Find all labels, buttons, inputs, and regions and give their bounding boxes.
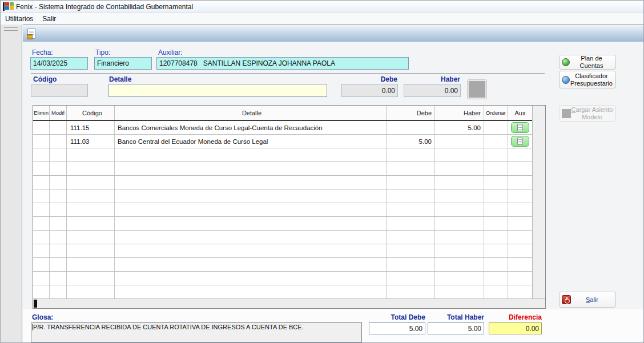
table-row[interactable] xyxy=(33,162,545,176)
gray-square-icon xyxy=(562,109,571,118)
cell-aux xyxy=(508,176,532,189)
plan-de-cuentas-button[interactable]: Plan de Cuentas xyxy=(559,55,616,70)
cell-modif xyxy=(50,203,67,216)
table-row[interactable] xyxy=(33,285,545,299)
menu-utilitarios[interactable]: Utilitarios xyxy=(1,14,38,24)
cell-elimin xyxy=(33,135,50,148)
debe-input[interactable]: 0.00 xyxy=(341,84,398,97)
new-entry-icon[interactable] xyxy=(27,29,35,39)
cell-codigo: 111.15 xyxy=(67,121,115,134)
cell-detalle: Banco Central del Ecuador Moneda de Curs… xyxy=(115,135,387,148)
cell-debe xyxy=(387,285,435,298)
cell-ordenar xyxy=(484,203,508,216)
table-row[interactable] xyxy=(33,244,545,258)
horizontal-scrollbar[interactable] xyxy=(33,298,545,308)
cargar-asiento-label: Cargar Asiento Modelo xyxy=(571,106,613,120)
table-row[interactable] xyxy=(33,176,545,189)
cell-modif xyxy=(50,285,67,298)
aux-button[interactable] xyxy=(511,122,529,133)
haber-label: Haber xyxy=(404,75,460,83)
clasificador-presupuestario-button[interactable]: Clasificador Presupuestario xyxy=(559,71,616,88)
cell-haber xyxy=(435,217,484,230)
cell-debe: 5.00 xyxy=(387,135,435,148)
cell-aux xyxy=(508,272,532,285)
grid-rows: 111.15Bancos Comerciales Moneda de Curso… xyxy=(33,121,545,299)
cargar-asiento-modelo-button[interactable]: Cargar Asiento Modelo xyxy=(559,105,616,122)
cell-elimin xyxy=(33,231,50,244)
cell-codigo xyxy=(67,162,115,175)
cell-detalle xyxy=(115,285,387,298)
cell-elimin xyxy=(33,176,50,189)
scrollbar-thumb[interactable] xyxy=(34,300,37,308)
table-row[interactable] xyxy=(33,148,545,162)
cell-debe xyxy=(387,162,435,175)
table-row[interactable] xyxy=(33,217,545,231)
column-header-detalle[interactable]: Detalle xyxy=(115,106,387,120)
haber-input[interactable]: 0.00 xyxy=(404,84,461,97)
cell-detalle xyxy=(115,189,387,203)
cell-aux xyxy=(508,258,532,271)
aux-button[interactable] xyxy=(511,136,529,147)
panel-grip[interactable] xyxy=(4,27,18,31)
cell-haber xyxy=(435,244,484,257)
column-header-aux[interactable]: Aux xyxy=(508,106,532,120)
cell-debe xyxy=(387,258,435,271)
table-row[interactable] xyxy=(33,203,545,217)
cell-ordenar xyxy=(484,258,508,271)
menu-salir[interactable]: Salir xyxy=(38,14,61,24)
table-row[interactable]: 111.03Banco Central del Ecuador Moneda d… xyxy=(33,135,545,148)
cell-elimin xyxy=(33,285,50,298)
salir-button[interactable]: Salir xyxy=(559,292,616,308)
column-header-elimin[interactable]: Elimin xyxy=(33,106,50,120)
cell-elimin xyxy=(33,121,50,134)
fecha-input[interactable]: 14/03/2025 xyxy=(30,57,88,70)
cell-ordenar xyxy=(484,148,508,162)
cell-debe xyxy=(387,121,435,134)
cell-ordenar xyxy=(484,231,508,244)
cell-elimin xyxy=(33,148,50,162)
glosa-input[interactable]: P/R. TRANSFERENCIA RECIBIDA DE CUENTA RO… xyxy=(31,322,362,342)
cell-ordenar xyxy=(484,162,508,175)
column-header-debe[interactable]: Debe xyxy=(387,106,435,120)
table-row[interactable] xyxy=(33,231,545,244)
codigo-label: Código xyxy=(33,75,57,83)
debe-label: Debe xyxy=(341,75,397,83)
table-row[interactable]: 111.15Bancos Comerciales Moneda de Curso… xyxy=(33,121,545,135)
cell-codigo xyxy=(67,231,115,244)
table-row[interactable] xyxy=(33,258,545,272)
cell-ordenar xyxy=(484,272,508,285)
cell-aux xyxy=(508,244,532,257)
cell-haber xyxy=(435,272,484,285)
glosa-label: Glosa: xyxy=(32,313,53,321)
cell-modif xyxy=(50,176,67,189)
cell-codigo xyxy=(67,244,115,257)
document-icon xyxy=(517,124,523,131)
column-header-codigo[interactable]: Código xyxy=(67,106,115,120)
fecha-label: Fecha: xyxy=(32,49,53,57)
cell-codigo xyxy=(67,148,115,162)
cell-elimin xyxy=(33,203,50,216)
total-haber-value: 5.00 xyxy=(428,322,484,334)
cell-detalle xyxy=(115,203,387,216)
auxiliar-input[interactable]: 1207708478 SANTILLAN ESPINOZA JOHANNA PA… xyxy=(156,57,409,70)
grid-header: EliminModifCódigoDetalleDebeHaberOrdenar… xyxy=(33,106,545,121)
left-side-panel xyxy=(1,25,22,343)
column-header-ordenar[interactable]: Ordenar xyxy=(484,106,508,120)
cell-elimin xyxy=(33,162,50,175)
codigo-input[interactable] xyxy=(31,84,88,97)
cell-aux xyxy=(508,189,532,203)
detalle-input[interactable] xyxy=(108,84,327,97)
column-header-modif[interactable]: Modif xyxy=(50,106,67,120)
table-row[interactable] xyxy=(33,189,545,203)
cell-haber xyxy=(435,176,484,189)
cell-aux xyxy=(508,162,532,175)
gray-square-button[interactable] xyxy=(468,80,486,99)
separator-line xyxy=(31,73,545,74)
tipo-input[interactable]: Financiero xyxy=(94,57,152,70)
cell-ordenar xyxy=(484,217,508,230)
cell-modif xyxy=(50,231,67,244)
clasificador-label: Clasificador Presupuestario xyxy=(570,72,613,87)
table-row[interactable] xyxy=(33,272,545,285)
app-icon xyxy=(3,2,13,11)
column-header-haber[interactable]: Haber xyxy=(435,106,484,120)
